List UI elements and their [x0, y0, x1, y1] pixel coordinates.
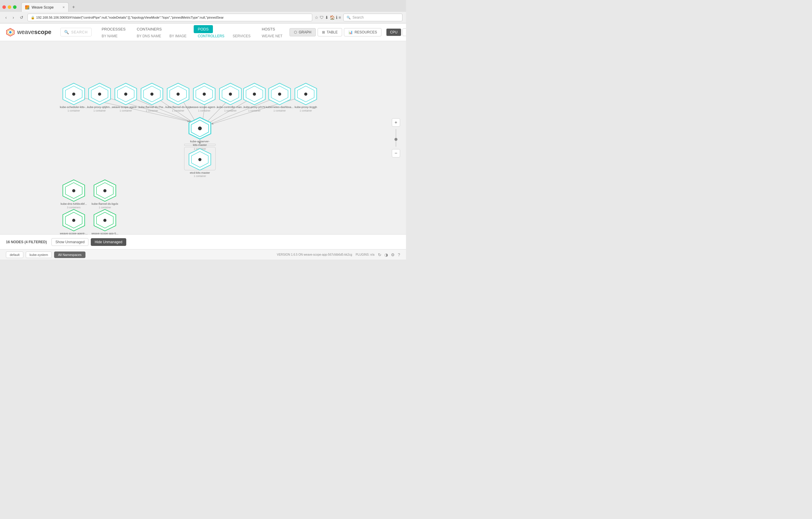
- zoom-slider[interactable]: [396, 129, 396, 147]
- nav-group-hosts: HOSTS WEAVE NET: [258, 25, 287, 39]
- traffic-light-yellow[interactable]: [8, 5, 11, 9]
- svg-point-52: [253, 92, 256, 96]
- ns-kube-system-button[interactable]: kube-system: [26, 251, 52, 258]
- nav-hosts[interactable]: HOSTS: [258, 25, 279, 33]
- app-header: weavescope 🔍 SEARCH PROCESSES BY NAME: [0, 23, 406, 41]
- svg-text:etcd-k8s-master: etcd-k8s-master: [190, 171, 210, 174]
- footer-icons: ↻ ◑ ⚙ ?: [378, 252, 400, 257]
- logo-text: weavescope: [17, 29, 52, 35]
- view-controls: ⬡ GRAPH ⊞ TABLE 📊 RESOURCES CPU Memory ▶…: [289, 28, 406, 36]
- hide-unmanaged-button[interactable]: Hide Unmanaged: [91, 238, 126, 246]
- version-text: VERSION 1.6.5 ON weave-scope-app-567cfdb…: [277, 253, 352, 256]
- forward-button[interactable]: ›: [11, 15, 16, 21]
- new-tab-button[interactable]: +: [70, 3, 77, 11]
- browser-search-bar[interactable]: 🔍 Search: [343, 13, 402, 21]
- svg-text:kube-flannel-ds-f7w...: kube-flannel-ds-f7w...: [139, 105, 165, 109]
- metric-memory-button[interactable]: Memory: [402, 28, 406, 36]
- table-icon: ⊞: [322, 30, 325, 34]
- contrast-icon[interactable]: ◑: [384, 252, 388, 257]
- nav-group-containers: CONTAINERS BY DNS NAME BY IMAGE: [133, 25, 191, 39]
- svg-text:1 container: 1 container: [198, 109, 210, 112]
- show-unmanaged-button[interactable]: Show Unmanaged: [52, 238, 88, 246]
- node-kube-scheduler[interactable]: kube-scheduler-k8s-... 1 container: [60, 83, 88, 112]
- svg-text:weave-scope-agent-...: weave-scope-agent-...: [190, 105, 218, 109]
- node-kube-proxy-jch75[interactable]: kube-proxy-jch75 1 container: [243, 83, 265, 112]
- node-kube-apiserver[interactable]: kube-apiserver- k8s-master 1 container: [189, 117, 211, 150]
- view-resources-button[interactable]: 📊 RESOURCES: [344, 28, 381, 36]
- traffic-light-green[interactable]: [13, 5, 17, 9]
- svg-text:kube-proxy-q6j8m...: kube-proxy-q6j8m...: [87, 105, 112, 109]
- nav-containers[interactable]: CONTAINERS: [133, 25, 166, 33]
- ns-all-namespaces-button[interactable]: All Namespaces: [54, 251, 85, 258]
- resources-icon: 📊: [348, 30, 353, 34]
- zoom-controls: + −: [392, 118, 400, 157]
- node-kube-controller[interactable]: kube-controller-man... 1 container: [217, 83, 244, 112]
- nav-menu: PROCESSES BY NAME CONTAINERS BY DNS NAME…: [97, 25, 289, 39]
- footer-bar: default kube-system All Namespaces VERSI…: [0, 249, 406, 260]
- back-button[interactable]: ‹: [4, 15, 8, 21]
- node-weave-scope-agent1[interactable]: weave-scope-agent-... 1 container: [112, 83, 140, 112]
- svg-text:weave-scope-agent-...: weave-scope-agent-...: [60, 232, 88, 234]
- nav-containers-byimage[interactable]: BY IMAGE: [165, 33, 191, 39]
- svg-point-2: [9, 31, 11, 33]
- svg-point-94: [103, 219, 107, 222]
- node-kubernetes-dashboard[interactable]: kubernetes-dashboa... 1 container: [265, 83, 293, 112]
- plugins-text: PLUGINS: n/a: [356, 253, 374, 256]
- nav-pods[interactable]: PODS: [194, 25, 213, 33]
- nav-processes-byname[interactable]: BY NAME: [97, 33, 122, 39]
- browser-tab[interactable]: Weave Scope ✕: [21, 2, 68, 12]
- svg-text:kubernetes-dashboa...: kubernetes-dashboa...: [265, 105, 293, 109]
- metric-cpu-button[interactable]: CPU: [386, 28, 401, 36]
- address-bar[interactable]: 🔒 192.168.56.106:30693/#!/state/{"contro…: [28, 13, 312, 21]
- refresh-button[interactable]: ↺: [18, 15, 25, 21]
- node-weave-scope-agent3[interactable]: weave-scope-agent-... 1 container: [60, 210, 88, 234]
- view-table-button[interactable]: ⊞ TABLE: [318, 28, 342, 36]
- svg-point-67: [198, 127, 202, 131]
- zoom-out-button[interactable]: −: [392, 149, 400, 157]
- browser-search-text: Search: [352, 16, 364, 20]
- svg-text:1 container: 1 container: [248, 109, 261, 112]
- svg-text:1 container: 1 container: [172, 109, 184, 112]
- main-canvas: kube-scheduler-k8s-... 1 container kube-…: [0, 41, 406, 234]
- tab-title: Weave Scope: [32, 5, 54, 9]
- svg-point-62: [304, 92, 308, 96]
- search-placeholder: SEARCH: [71, 30, 88, 34]
- tab-favicon: [25, 5, 29, 9]
- app-search-box[interactable]: 🔍 SEARCH: [60, 28, 92, 36]
- node-etcd[interactable]: etcd-k8s-master 1 container: [184, 147, 215, 177]
- svg-point-47: [229, 92, 232, 96]
- node-kube-proxy-9cggh[interactable]: kube-proxy-9cggh 1 container: [294, 83, 317, 112]
- svg-text:kube-scheduler-k8s-...: kube-scheduler-k8s-...: [60, 105, 88, 109]
- nav-processes[interactable]: PROCESSES: [97, 25, 130, 33]
- nav-containers-bydns[interactable]: BY DNS NAME: [133, 33, 165, 39]
- traffic-light-red[interactable]: [2, 5, 6, 9]
- svg-point-22: [98, 92, 102, 96]
- node-weave-scope-agent2[interactable]: weave-scope-agent-... 1 container: [190, 83, 218, 112]
- svg-point-17: [72, 92, 76, 96]
- svg-text:kube-controller-man...: kube-controller-man...: [217, 105, 244, 109]
- graph-container[interactable]: kube-scheduler-k8s-... 1 container kube-…: [0, 41, 406, 234]
- tab-close[interactable]: ✕: [62, 6, 65, 9]
- version-info: VERSION 1.6.5 ON weave-scope-app-567cfdb…: [277, 252, 400, 257]
- nav-pods-controllers[interactable]: CONTROLLERS: [194, 33, 229, 39]
- svg-text:weave-scope-app-5...: weave-scope-app-5...: [91, 232, 118, 234]
- svg-text:kube-flannel-ds-bgclx: kube-flannel-ds-bgclx: [92, 202, 118, 206]
- node-kube-proxy-q6j8m[interactable]: kube-proxy-q6j8m... 1 container: [87, 83, 112, 112]
- node-kube-flannel-bgclx[interactable]: kube-flannel-ds-bgclx 1 container: [92, 180, 118, 209]
- node-kube-flannel-lnjqt[interactable]: kube-flannel-ds-lnjqt 1 container: [166, 83, 191, 112]
- refresh-footer-icon[interactable]: ↻: [378, 252, 381, 257]
- zoom-in-button[interactable]: +: [392, 118, 400, 127]
- nav-pods-services[interactable]: SERVICES: [229, 33, 255, 39]
- nav-hosts-weavenet[interactable]: WEAVE NET: [258, 33, 287, 39]
- help-icon[interactable]: ?: [398, 252, 400, 257]
- node-weave-scope-app[interactable]: weave-scope-app-5... 1 container: [91, 210, 118, 234]
- svg-point-73: [198, 158, 202, 161]
- view-graph-button[interactable]: ⬡ GRAPH: [289, 28, 316, 36]
- ns-default-button[interactable]: default: [6, 251, 23, 258]
- svg-text:kube-flannel-ds-lnjqt: kube-flannel-ds-lnjqt: [166, 105, 191, 109]
- settings-icon[interactable]: ⚙: [391, 252, 395, 257]
- svg-text:1 container: 1 container: [299, 109, 312, 112]
- search-icon: 🔍: [64, 30, 69, 34]
- node-kube-flannel-f7w[interactable]: kube-flannel-ds-f7w... 1 container: [139, 83, 165, 112]
- node-kube-dns[interactable]: kube-dns-545bc4bf... 3 containers: [61, 180, 87, 209]
